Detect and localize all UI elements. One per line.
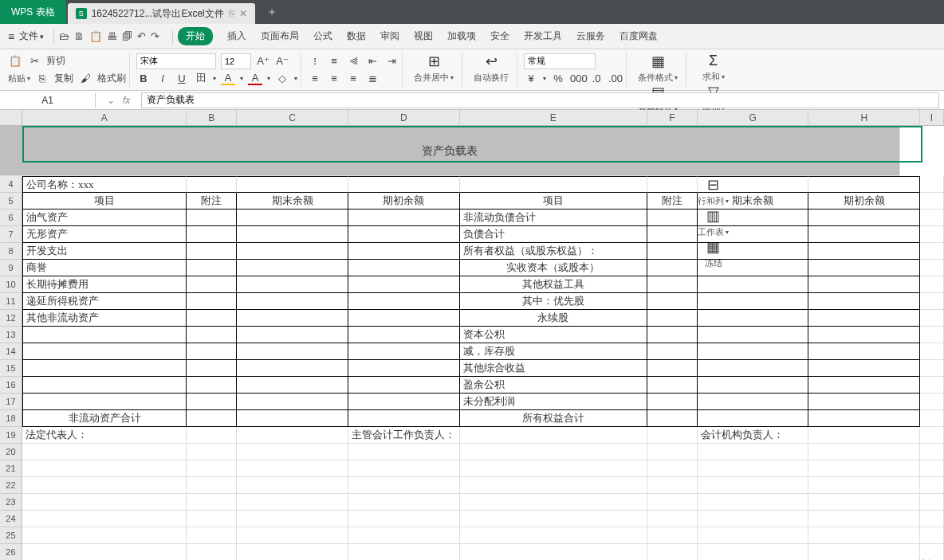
cell[interactable] bbox=[187, 276, 237, 293]
cell[interactable]: 油气资产 bbox=[22, 210, 187, 226]
cell[interactable] bbox=[187, 394, 237, 410]
cell[interactable] bbox=[460, 477, 647, 494]
cell[interactable] bbox=[920, 494, 944, 511]
cell[interactable] bbox=[647, 527, 698, 544]
cell[interactable] bbox=[698, 494, 809, 511]
fx-icon[interactable]: fx bbox=[123, 95, 130, 106]
cell[interactable]: 资本公积 bbox=[460, 327, 647, 343]
align-top-icon[interactable]: ⫶ bbox=[308, 55, 322, 67]
cell[interactable] bbox=[920, 343, 944, 360]
cell[interactable] bbox=[22, 327, 187, 343]
cell[interactable] bbox=[698, 544, 809, 560]
undo-icon[interactable]: ↶ bbox=[137, 30, 146, 42]
cell[interactable] bbox=[237, 360, 348, 377]
file-menu[interactable]: 文件 ▾ bbox=[19, 29, 44, 43]
cell[interactable] bbox=[698, 511, 809, 527]
cell[interactable] bbox=[808, 527, 920, 544]
cell[interactable]: 其他非流动资产 bbox=[22, 310, 187, 327]
cell[interactable] bbox=[187, 460, 237, 477]
preview-icon[interactable]: 🖶 bbox=[107, 30, 117, 42]
italic-icon[interactable]: I bbox=[155, 72, 170, 84]
new-tab-button[interactable]: ＋ bbox=[257, 0, 287, 24]
cell[interactable] bbox=[647, 544, 698, 560]
cell[interactable] bbox=[808, 293, 920, 310]
cell[interactable] bbox=[647, 210, 698, 226]
cell[interactable] bbox=[647, 360, 698, 377]
cell[interactable] bbox=[22, 511, 187, 527]
cell[interactable] bbox=[698, 477, 809, 494]
cell[interactable] bbox=[808, 226, 920, 243]
cell[interactable]: 商誉 bbox=[22, 260, 187, 276]
cell[interactable] bbox=[237, 293, 348, 310]
cell[interactable] bbox=[237, 343, 348, 360]
cell[interactable]: 所有权益合计 bbox=[460, 410, 647, 427]
cell[interactable] bbox=[647, 327, 698, 343]
merge-center-button[interactable]: ⊞合并居中▾ bbox=[409, 53, 458, 84]
cell[interactable] bbox=[348, 243, 460, 260]
sum-button[interactable]: Σ求和▾ bbox=[693, 53, 734, 83]
dec-decimal-icon[interactable]: .00 bbox=[608, 72, 623, 84]
row-header[interactable]: 24 bbox=[0, 511, 22, 527]
cell[interactable] bbox=[187, 210, 237, 226]
cell[interactable]: 减，库存股 bbox=[460, 343, 647, 360]
cell[interactable] bbox=[187, 343, 237, 360]
cell[interactable] bbox=[647, 444, 698, 460]
row-header[interactable]: 7 bbox=[0, 226, 22, 243]
document-tab[interactable]: S 1624522712...试导出Excel文件 ⎘ ✕ bbox=[68, 3, 255, 24]
cell[interactable] bbox=[348, 494, 460, 511]
cell[interactable]: 其中：优先股 bbox=[460, 293, 647, 310]
cell[interactable] bbox=[460, 460, 647, 477]
cell[interactable] bbox=[920, 293, 944, 310]
cell[interactable] bbox=[920, 260, 944, 276]
cell[interactable] bbox=[237, 427, 348, 444]
cell[interactable] bbox=[460, 511, 647, 527]
save-icon[interactable]: 🗎 bbox=[74, 30, 85, 42]
cell[interactable] bbox=[348, 410, 460, 427]
cond-format-button[interactable]: ▦条件格式▾ bbox=[633, 53, 682, 84]
cell[interactable] bbox=[22, 494, 187, 511]
cell[interactable] bbox=[698, 310, 809, 327]
cell[interactable]: 项目 bbox=[22, 193, 187, 210]
close-icon[interactable]: ✕ bbox=[239, 8, 247, 19]
cell[interactable] bbox=[187, 293, 237, 310]
cell[interactable] bbox=[698, 327, 809, 343]
cell[interactable] bbox=[808, 410, 920, 427]
cell[interactable] bbox=[237, 327, 348, 343]
cell[interactable] bbox=[348, 327, 460, 343]
export-icon[interactable]: 🗐 bbox=[122, 30, 132, 42]
cell[interactable] bbox=[348, 477, 460, 494]
align-middle-icon[interactable]: ≡ bbox=[327, 55, 341, 67]
cell[interactable] bbox=[920, 176, 944, 193]
cell[interactable] bbox=[920, 511, 944, 527]
row-header[interactable]: 15 bbox=[0, 360, 22, 377]
cell[interactable] bbox=[920, 193, 944, 210]
cell[interactable] bbox=[647, 494, 698, 511]
row-header[interactable]: 16 bbox=[0, 377, 22, 394]
font-color-icon[interactable]: A bbox=[248, 72, 262, 85]
cell[interactable] bbox=[920, 394, 944, 410]
row-header[interactable]: 9 bbox=[0, 260, 22, 276]
cell[interactable] bbox=[920, 243, 944, 260]
row-header[interactable]: 11 bbox=[0, 293, 22, 310]
cell[interactable]: 附注 bbox=[647, 193, 698, 210]
cell[interactable] bbox=[698, 226, 809, 243]
tab-cloud[interactable]: 云服务 bbox=[576, 29, 605, 43]
cell[interactable]: 主管会计工作负责人： bbox=[348, 427, 460, 444]
name-box[interactable]: A1 bbox=[0, 93, 96, 108]
row-header[interactable]: 20 bbox=[0, 444, 22, 460]
cell[interactable] bbox=[698, 276, 809, 293]
cell[interactable] bbox=[187, 544, 237, 560]
cell[interactable] bbox=[647, 260, 698, 276]
cell[interactable] bbox=[22, 527, 187, 544]
cell[interactable] bbox=[187, 377, 237, 394]
cell[interactable]: 期末余额 bbox=[237, 193, 348, 210]
tab-devtools[interactable]: 开发工具 bbox=[524, 29, 562, 43]
cell[interactable] bbox=[920, 327, 944, 343]
align-bottom-icon[interactable]: ⫷ bbox=[346, 55, 360, 67]
cell[interactable]: 开发支出 bbox=[22, 243, 187, 260]
row-header[interactable]: 22 bbox=[0, 477, 22, 494]
cell[interactable] bbox=[237, 444, 348, 460]
cell[interactable] bbox=[348, 310, 460, 327]
cell[interactable] bbox=[237, 310, 348, 327]
cell[interactable] bbox=[808, 377, 920, 394]
